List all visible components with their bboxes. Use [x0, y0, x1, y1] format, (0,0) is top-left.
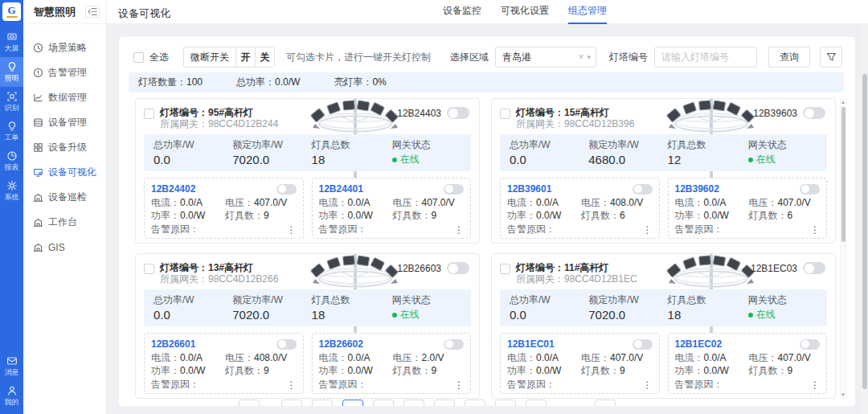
- more-icon[interactable]: ⋮: [643, 381, 653, 389]
- branch-id[interactable]: 12B1EC02: [675, 338, 723, 350]
- query-button[interactable]: 查询: [768, 47, 810, 68]
- branch-id[interactable]: 12B24402: [151, 183, 195, 195]
- card-title: 灯塔编号：95#高杆灯: [160, 107, 278, 118]
- tab-visualization-settings[interactable]: 可视化设置: [501, 0, 549, 24]
- card-checkbox[interactable]: [500, 264, 510, 274]
- switch-on-button[interactable]: 开: [235, 47, 255, 67]
- scroll-down-icon[interactable]: ▼: [841, 392, 845, 397]
- branch-id[interactable]: 12B26602: [319, 338, 363, 350]
- message-icon: [6, 355, 18, 367]
- page-scrollbar[interactable]: [862, 24, 868, 414]
- icon-rail: G 大屏 照明 识别 工单 报表 系统 消息 我的: [0, 0, 23, 414]
- card-toggle[interactable]: [447, 262, 469, 274]
- pagination-page-button[interactable]: [403, 400, 424, 406]
- rail-item-lighting[interactable]: 照明: [0, 57, 23, 87]
- branch-toggle[interactable]: [444, 339, 464, 350]
- tower-card: 灯塔编号：95#高杆灯 所属网关：98CC4D12B244 12B24403 总…: [135, 98, 480, 244]
- branch-id[interactable]: 12B26601: [151, 338, 195, 350]
- branch-toggle[interactable]: [633, 339, 653, 350]
- rail-item-profile[interactable]: 我的: [0, 381, 23, 411]
- rail-item-report[interactable]: 报表: [0, 146, 23, 176]
- chevron-down-icon: ▾: [587, 53, 591, 61]
- database-icon: [33, 117, 43, 128]
- alarm-reason-label: 告警原因：: [151, 378, 199, 391]
- more-icon[interactable]: ⋮: [454, 381, 464, 389]
- work-order-icon: [6, 121, 18, 132]
- rail-item-system[interactable]: 系统: [0, 176, 23, 206]
- cards-scrollbar-thumb[interactable]: [841, 107, 845, 242]
- device-id: 12B1EC03: [751, 263, 797, 274]
- branch-toggle[interactable]: [800, 339, 820, 350]
- branch-toggle[interactable]: [444, 184, 464, 195]
- more-icon[interactable]: ⋮: [810, 226, 820, 234]
- cards-scrollbar[interactable]: ▲ ▼: [840, 98, 846, 399]
- sidebar-item-device-visualization[interactable]: 设备可视化: [23, 160, 106, 185]
- more-icon[interactable]: ⋮: [810, 381, 820, 389]
- app-logo[interactable]: G: [2, 2, 21, 21]
- sidebar-item-alarm-management[interactable]: 告警管理: [23, 60, 106, 85]
- card-toggle[interactable]: [803, 262, 825, 274]
- branch-toggle[interactable]: [276, 339, 297, 350]
- rail-item-recognition[interactable]: 识别: [0, 87, 23, 117]
- screen-icon: [6, 31, 18, 43]
- sidebar-item-device-upgrade[interactable]: 设备升级: [23, 135, 106, 160]
- card-title: 灯塔编号：13#高杆灯: [160, 262, 278, 273]
- more-icon[interactable]: ⋮: [454, 226, 464, 234]
- pagination-page-button[interactable]: [526, 400, 547, 406]
- status-badge: 在线: [748, 306, 827, 323]
- tab-configuration-management[interactable]: 组态管理: [568, 0, 607, 24]
- branch-card: 12B39601 电流：0.0/A 电压：408.0/V 功率：0.0/W 灯具…: [500, 178, 660, 239]
- pagination-page-button[interactable]: [434, 400, 455, 406]
- branch-id[interactable]: 12B39601: [507, 183, 551, 195]
- switch-off-button[interactable]: 关: [255, 47, 274, 67]
- card-checkbox[interactable]: [500, 109, 510, 119]
- more-icon[interactable]: ⋮: [287, 381, 297, 389]
- clock-icon: [33, 43, 43, 53]
- page-scrollbar-thumb[interactable]: [862, 74, 867, 389]
- branch-id[interactable]: 12B39602: [675, 183, 719, 195]
- clear-icon[interactable]: ×: [578, 51, 583, 63]
- pagination-page-button[interactable]: [281, 400, 302, 406]
- sidebar-item-workbench[interactable]: 工作台: [23, 210, 106, 235]
- more-icon[interactable]: ⋮: [643, 226, 653, 234]
- scroll-up-icon[interactable]: ▲: [841, 100, 845, 105]
- pagination-prev-button[interactable]: [239, 400, 260, 406]
- branch-toggle[interactable]: [800, 184, 820, 195]
- card-checkbox[interactable]: [144, 109, 154, 119]
- pagination-page-button[interactable]: [373, 400, 394, 406]
- more-icon[interactable]: ⋮: [287, 226, 297, 234]
- rail-item-workorder[interactable]: 工单: [0, 117, 23, 146]
- tab-device-monitoring[interactable]: 设备监控: [443, 0, 481, 24]
- card-stats: 总功率/W0.0 额定功率/W7020.0 灯具总数18 网关状态在线: [500, 289, 827, 326]
- sidebar-item-device-inspection[interactable]: 设备巡检: [23, 185, 106, 210]
- select-all-checkbox[interactable]: [133, 52, 144, 63]
- branch-id[interactable]: 12B1EC01: [507, 338, 555, 350]
- sidebar-item-scene-strategy[interactable]: 场景策略: [23, 35, 106, 60]
- sidebar-item-gis[interactable]: GIS: [23, 235, 106, 260]
- summary-bar: 灯塔数量：100 总功率：0.0/W 亮灯率：0%: [129, 72, 844, 92]
- card-toggle[interactable]: [447, 107, 469, 119]
- pagination-page-button[interactable]: [465, 400, 485, 406]
- collapse-sidebar-button[interactable]: [85, 6, 100, 18]
- area-select[interactable]: 青岛港 × ▾: [495, 47, 596, 68]
- branch-toggle[interactable]: [633, 184, 653, 195]
- rail-item-messages[interactable]: 消息: [0, 351, 23, 381]
- pagination-page-button[interactable]: [312, 400, 333, 406]
- pagination-jump-box[interactable]: [595, 400, 616, 406]
- tower-no-input[interactable]: [654, 47, 757, 68]
- card-toggle[interactable]: [803, 107, 825, 119]
- branch-toggle[interactable]: [276, 184, 297, 195]
- sidebar-item-data-management[interactable]: 数据管理: [23, 85, 106, 110]
- header-tabs: 设备监控 可视化设置 组态管理: [443, 0, 607, 24]
- card-checkbox[interactable]: [144, 264, 154, 274]
- tower-card: 灯塔编号：13#高杆灯 所属网关：98CC4D12B266 12B26603 总…: [135, 253, 480, 399]
- toolbar-hint: 可勾选卡片，进行一键开关灯控制: [286, 51, 431, 64]
- sidebar-item-device-management[interactable]: 设备管理: [23, 110, 106, 135]
- pagination-page-button[interactable]: [495, 400, 516, 406]
- pagination-page-button-active[interactable]: [342, 400, 363, 406]
- filter-button[interactable]: [820, 47, 842, 68]
- branch-id[interactable]: 12B24401: [319, 183, 363, 195]
- app-title: 智慧照明: [34, 5, 76, 19]
- rail-item-bigscreen[interactable]: 大屏: [0, 27, 23, 57]
- alert-circle-icon: [33, 68, 43, 78]
